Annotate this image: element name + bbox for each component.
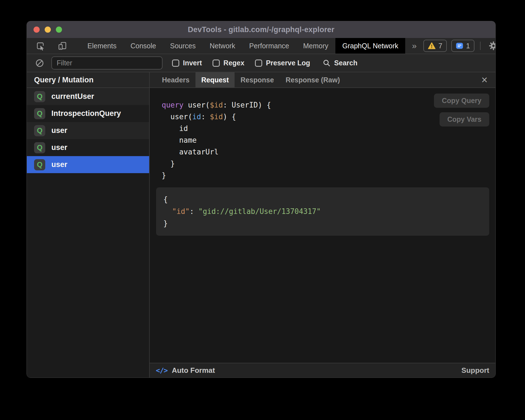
- toolbar-separator: [480, 42, 481, 50]
- device-toolbar-icon[interactable]: [55, 41, 69, 51]
- messages-badge[interactable]: 1: [451, 40, 474, 52]
- support-link[interactable]: Support: [461, 366, 489, 375]
- warning-count: 7: [438, 42, 442, 50]
- panel-footer: </> Auto Format Support: [150, 363, 495, 378]
- checkbox-box-invert[interactable]: [172, 59, 179, 67]
- message-icon: [456, 42, 463, 49]
- detail-tab-headers[interactable]: Headers: [156, 72, 195, 87]
- sidebar-item-label: IntrospectionQuery: [51, 109, 121, 118]
- sidebar-item-user[interactable]: Quser: [27, 122, 149, 139]
- checkbox-box-preserve-log[interactable]: [255, 59, 262, 67]
- sidebar-item-label: user: [51, 126, 67, 135]
- tab-sources[interactable]: Sources: [163, 38, 203, 54]
- checkbox-invert[interactable]: Invert: [172, 59, 202, 67]
- checkbox-preserve-log[interactable]: Preserve Log: [255, 59, 310, 67]
- query-type-badge: Q: [34, 142, 45, 153]
- detail-tabs: HeadersRequestResponseResponse (Raw): [156, 72, 346, 87]
- devtools-tab-bar: ElementsConsoleSourcesNetworkPerformance…: [27, 38, 495, 54]
- traffic-lights: [34, 21, 62, 38]
- checkbox-box-regex[interactable]: [213, 59, 220, 67]
- filter-bar: InvertRegexPreserve Log Search: [27, 54, 495, 72]
- zoom-window-button[interactable]: [56, 27, 62, 33]
- sidebar: Query / Mutation QcurrentUserQIntrospect…: [27, 72, 150, 378]
- graphql-variables-box: { "id": "gid://gitlab/User/13704317"}: [156, 187, 489, 236]
- detail-tab-response[interactable]: Response: [235, 72, 280, 87]
- filter-checkboxes: InvertRegexPreserve Log: [172, 59, 321, 67]
- detail-tab-bar: HeadersRequestResponseResponse (Raw) ×: [150, 72, 495, 88]
- auto-format-button[interactable]: Auto Format: [172, 366, 215, 375]
- checkbox-label-regex: Regex: [223, 59, 244, 67]
- close-window-button[interactable]: [34, 27, 40, 33]
- detail-tab-request[interactable]: Request: [195, 72, 235, 87]
- query-type-badge: Q: [34, 91, 45, 102]
- tab-performance[interactable]: Performance: [242, 38, 296, 54]
- minimize-window-button[interactable]: [45, 27, 51, 33]
- checkbox-regex[interactable]: Regex: [213, 59, 244, 67]
- devtools-window: DevTools - gitlab.com/-/graphql-explorer…: [27, 21, 496, 378]
- tab-console[interactable]: Console: [123, 38, 163, 54]
- sidebar-item-label: currentUser: [51, 92, 94, 101]
- devtools-tabs: ElementsConsoleSourcesNetworkPerformance…: [80, 38, 405, 54]
- checkbox-label-preserve-log: Preserve Log: [266, 59, 310, 67]
- block-clear-icon[interactable]: [33, 59, 46, 68]
- settings-gear-icon[interactable]: [486, 41, 496, 51]
- tab-graphql-network[interactable]: GraphQL Network: [335, 38, 405, 54]
- search-icon: [323, 59, 331, 67]
- code-line: "id": "gid://gitlab/User/13704317": [163, 206, 482, 218]
- search-label: Search: [334, 59, 357, 67]
- tab-elements[interactable]: Elements: [80, 38, 123, 54]
- warning-triangle-icon: [428, 42, 436, 49]
- inspect-element-icon[interactable]: [34, 41, 47, 51]
- copy-buttons: Copy Query Copy Vars: [434, 94, 489, 127]
- code-line: avatarUrl: [162, 146, 495, 158]
- sidebar-item-currentuser[interactable]: QcurrentUser: [27, 88, 149, 105]
- sidebar-item-label: user: [51, 160, 67, 169]
- search-control[interactable]: Search: [323, 59, 357, 67]
- checkbox-label-invert: Invert: [183, 59, 202, 67]
- code-brackets-icon: </>: [156, 366, 168, 374]
- copy-query-button[interactable]: Copy Query: [434, 94, 489, 108]
- query-type-badge: Q: [34, 108, 45, 119]
- tab-memory[interactable]: Memory: [296, 38, 335, 54]
- code-line: }: [163, 218, 482, 230]
- tab-network[interactable]: Network: [203, 38, 242, 54]
- code-line: {: [163, 194, 482, 206]
- sidebar-item-user[interactable]: Quser: [27, 156, 149, 173]
- filter-input[interactable]: [51, 56, 163, 70]
- sidebar-header: Query / Mutation: [27, 72, 149, 88]
- main-area: Query / Mutation QcurrentUserQIntrospect…: [27, 72, 495, 378]
- sidebar-item-introspectionquery[interactable]: QIntrospectionQuery: [27, 105, 149, 122]
- query-type-badge: Q: [34, 125, 45, 136]
- window-title: DevTools - gitlab.com/-/graphql-explorer: [188, 25, 334, 34]
- message-count: 1: [466, 42, 470, 50]
- close-icon[interactable]: ×: [479, 75, 490, 85]
- sidebar-item-user[interactable]: Quser: [27, 139, 149, 156]
- request-view: query user($id: UserID) { user(id: $id) …: [150, 88, 495, 363]
- warnings-badge[interactable]: 7: [423, 40, 447, 52]
- code-line: }: [162, 170, 495, 181]
- query-type-badge: Q: [34, 159, 45, 170]
- copy-vars-button[interactable]: Copy Vars: [440, 112, 489, 127]
- code-line: }: [162, 158, 495, 170]
- detail-panel: HeadersRequestResponseResponse (Raw) × q…: [150, 72, 495, 378]
- toolbar-icons: [27, 38, 69, 54]
- detail-tab-response-raw[interactable]: Response (Raw): [280, 72, 346, 87]
- tabbar-right-controls: 7 1: [423, 38, 496, 54]
- title-bar: DevTools - gitlab.com/-/graphql-explorer: [27, 21, 495, 38]
- code-line: name: [162, 134, 495, 146]
- more-tabs-chevron-icon[interactable]: »: [405, 38, 423, 54]
- sidebar-item-label: user: [51, 143, 67, 152]
- query-list: QcurrentUserQIntrospectionQueryQuserQuse…: [27, 88, 149, 173]
